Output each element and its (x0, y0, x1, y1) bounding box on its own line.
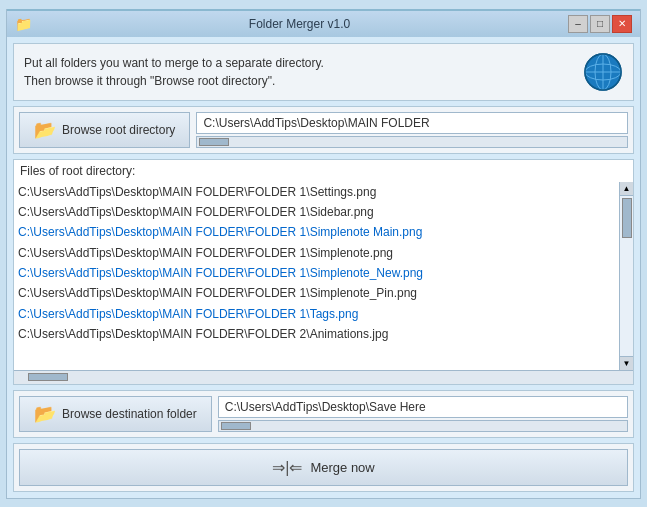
merge-panel: ⇒|⇐ Merge now (13, 443, 634, 492)
merge-button[interactable]: ⇒|⇐ Merge now (19, 449, 628, 486)
browse-destination-row: 📂 Browse destination folder C:\Users\Add… (13, 390, 634, 438)
merge-label: Merge now (310, 460, 374, 475)
list-item: C:\Users\AddTips\Desktop\MAIN FOLDER\FOL… (18, 202, 615, 222)
info-line2: Then browse it through "Browse root dire… (24, 72, 324, 90)
window-title: Folder Merger v1.0 (31, 17, 568, 31)
browse-root-row: 📂 Browse root directory C:\Users\AddTips… (13, 106, 634, 154)
root-scrollbar-thumb[interactable] (199, 138, 229, 146)
list-item: C:\Users\AddTips\Desktop\MAIN FOLDER\FOL… (18, 283, 615, 303)
files-list-wrapper: C:\Users\AddTips\Desktop\MAIN FOLDER\FOL… (14, 182, 633, 370)
files-scrollbar-h[interactable] (14, 370, 633, 384)
browse-root-label: Browse root directory (62, 123, 175, 137)
folder-icon: 📂 (34, 119, 56, 141)
scrollbar-thumb[interactable] (622, 198, 632, 238)
close-button[interactable]: ✕ (612, 15, 632, 33)
list-item: C:\Users\AddTips\Desktop\MAIN FOLDER\FOL… (18, 243, 615, 263)
folder-icon: 📂 (34, 403, 56, 425)
destination-scrollbar-thumb[interactable] (221, 422, 251, 430)
destination-path-container: C:\Users\AddTips\Desktop\Save Here (218, 396, 628, 432)
files-panel: Files of root directory: C:\Users\AddTip… (13, 159, 634, 385)
root-scrollbar-h[interactable] (196, 136, 628, 148)
files-header: Files of root directory: (14, 160, 633, 182)
minimize-button[interactable]: – (568, 15, 588, 33)
root-path-display: C:\Users\AddTips\Desktop\MAIN FOLDER (196, 112, 628, 134)
files-scrollbar-h-inner (28, 371, 619, 384)
info-panel: Put all folders you want to merge to a s… (13, 43, 634, 101)
info-text: Put all folders you want to merge to a s… (24, 54, 324, 90)
content-area: Put all folders you want to merge to a s… (7, 37, 640, 498)
list-item: C:\Users\AddTips\Desktop\MAIN FOLDER\FOL… (18, 263, 615, 283)
main-window: 📁 Folder Merger v1.0 – □ ✕ Put all folde… (6, 9, 641, 499)
files-scrollbar-h-thumb[interactable] (28, 373, 68, 381)
browse-destination-label: Browse destination folder (62, 407, 197, 421)
destination-path-display: C:\Users\AddTips\Desktop\Save Here (218, 396, 628, 418)
scrollbar-up-button[interactable]: ▲ (620, 182, 633, 196)
info-line1: Put all folders you want to merge to a s… (24, 54, 324, 72)
list-item: C:\Users\AddTips\Desktop\MAIN FOLDER\FOL… (18, 182, 615, 202)
browse-destination-button[interactable]: 📂 Browse destination folder (19, 396, 212, 432)
root-path-container: C:\Users\AddTips\Desktop\MAIN FOLDER (196, 112, 628, 148)
files-scrollbar-v[interactable]: ▲ ▼ (619, 182, 633, 370)
maximize-button[interactable]: □ (590, 15, 610, 33)
app-icon: 📁 (15, 16, 31, 32)
scrollbar-track[interactable] (620, 196, 633, 356)
list-item: C:\Users\AddTips\Desktop\MAIN FOLDER\FOL… (18, 324, 615, 344)
files-list: C:\Users\AddTips\Desktop\MAIN FOLDER\FOL… (14, 182, 619, 370)
browse-root-button[interactable]: 📂 Browse root directory (19, 112, 190, 148)
list-item: C:\Users\AddTips\Desktop\MAIN FOLDER\FOL… (18, 304, 615, 324)
globe-icon (583, 52, 623, 92)
window-controls: – □ ✕ (568, 15, 632, 33)
list-item: C:\Users\AddTips\Desktop\MAIN FOLDER\FOL… (18, 222, 615, 242)
merge-icon: ⇒|⇐ (272, 458, 302, 477)
title-bar: 📁 Folder Merger v1.0 – □ ✕ (7, 9, 640, 37)
scrollbar-down-button[interactable]: ▼ (620, 356, 633, 370)
destination-scrollbar-h[interactable] (218, 420, 628, 432)
